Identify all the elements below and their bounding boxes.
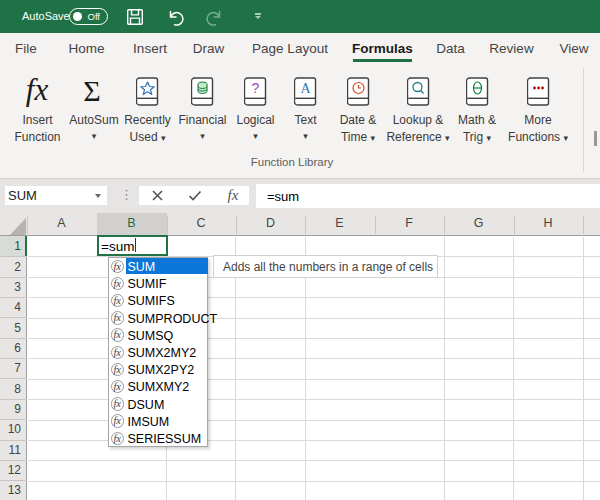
svg-text:?: ? <box>252 80 260 96</box>
svg-text:A: A <box>300 81 311 96</box>
